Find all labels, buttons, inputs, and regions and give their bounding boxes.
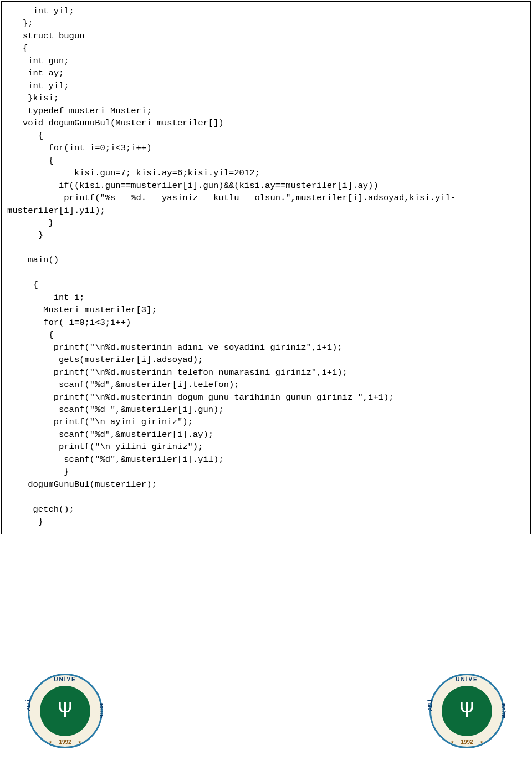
seal-text-top: ÜNİVE xyxy=(429,676,504,684)
seal-inner: Ψ xyxy=(442,686,492,736)
code-line: dogumGunuBul(musteriler); xyxy=(7,480,157,489)
code-line: int i; xyxy=(7,293,85,303)
code-line: } xyxy=(7,467,69,477)
code-line: scanf("%d",&musteriler[i].yil); xyxy=(7,455,224,465)
code-line: printf("%s %d. yasiniz kutlu olsun.",mus… xyxy=(7,193,456,203)
code-line: main() xyxy=(7,255,59,265)
code-line: } xyxy=(7,218,54,228)
code-line: printf("\n%d.musterinin adını ve soyadin… xyxy=(7,343,342,353)
code-line: { xyxy=(7,43,28,53)
trident-icon: Ψ xyxy=(58,700,71,722)
code-line: }kisi; xyxy=(7,93,59,103)
code-line: scanf("%d",&musteriler[i].telefon); xyxy=(7,380,239,390)
seal-text-left: AELİ xyxy=(427,700,434,711)
star-icon: ★ xyxy=(480,738,483,747)
seal-year: 1992 xyxy=(429,738,504,747)
code-line: { xyxy=(7,330,54,340)
code-line: scanf("%d ",&musteriler[i].gun); xyxy=(7,405,224,415)
code-block: int yil; }; struct bugun { int gun; int … xyxy=(1,1,531,534)
code-line: gets(musteriler[i].adsoyad); xyxy=(7,355,203,365)
code-line: if((kisi.gun==musteriler[i].gun)&&(kisi.… xyxy=(7,181,378,191)
code-line: for(int i=0;i<3;i++) xyxy=(7,143,151,153)
code-line: printf("\n yilini giriniz"); xyxy=(7,442,203,452)
code-line: typedef musteri Musteri; xyxy=(7,106,151,116)
code-line: int yil; xyxy=(7,6,74,16)
document-page: int yil; }; struct bugun { int gun; int … xyxy=(0,0,532,765)
code-line: int ay; xyxy=(7,68,64,78)
code-line: for( i=0;i<3;i++) xyxy=(7,318,131,328)
code-line: { xyxy=(7,156,54,166)
seal-icon: ÜNİVE AELİ RSİTE Ψ ★ 1992 ★ xyxy=(429,674,504,748)
seal-text-top: ÜNİVE xyxy=(28,676,103,684)
code-line: printf("\n ayini giriniz"); xyxy=(7,417,193,427)
seal-inner: Ψ xyxy=(40,686,90,736)
code-line: } xyxy=(7,517,43,527)
code-line: scanf("%d",&musteriler[i].ay); xyxy=(7,430,213,440)
code-line: struct bugun xyxy=(7,31,85,41)
university-logo-right: ÜNİVE AELİ RSİTE Ψ ★ 1992 ★ xyxy=(429,674,504,748)
seal-text-right: RSİTE xyxy=(499,703,507,718)
code-line: void dogumGunuBul(Musteri musteriler[]) xyxy=(7,118,224,128)
code-line: musteriler[i].yil); xyxy=(7,206,105,216)
code-line: { xyxy=(7,280,38,290)
seal-text-left: AELİ xyxy=(25,700,32,711)
code-line: printf("\n%d.musterinin telefon numarasi… xyxy=(7,368,347,378)
code-line: } xyxy=(7,230,43,240)
code-line: printf("\n%d.musterinin dogum gunu tarih… xyxy=(7,392,394,402)
code-line: kisi.gun=7; kisi.ay=6;kisi.yil=2012; xyxy=(7,168,260,178)
code-line: }; xyxy=(7,18,33,28)
seal-text-right: RSİTE xyxy=(98,703,105,718)
star-icon: ★ xyxy=(78,738,81,747)
seal-year: 1992 xyxy=(28,738,103,747)
trident-icon: Ψ xyxy=(460,700,473,722)
code-line: int gun; xyxy=(7,56,69,66)
seal-icon: ÜNİVE AELİ RSİTE Ψ ★ 1992 ★ xyxy=(28,674,103,748)
code-line: getch(); xyxy=(7,504,74,514)
university-logo-left: ÜNİVE AELİ RSİTE Ψ ★ 1992 ★ xyxy=(28,674,103,748)
code-line: int yil; xyxy=(7,81,69,91)
code-line: { xyxy=(7,131,43,141)
code-line: Musteri musteriler[3]; xyxy=(7,305,157,315)
